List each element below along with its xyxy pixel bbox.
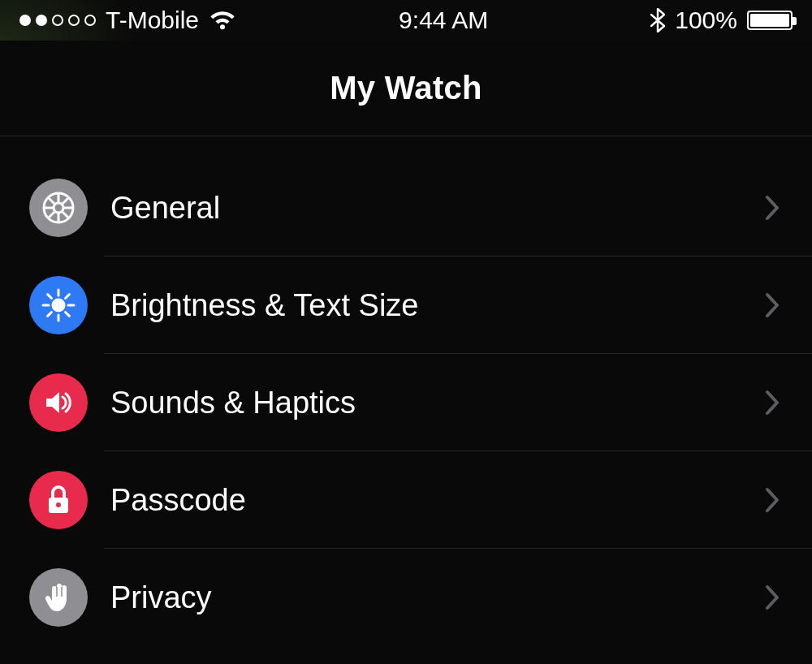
- bluetooth-icon: [650, 8, 665, 32]
- settings-row-privacy[interactable]: Privacy: [0, 549, 812, 646]
- svg-point-1: [54, 203, 63, 213]
- settings-row-general[interactable]: General: [0, 159, 812, 257]
- carrier-label: T-Mobile: [106, 6, 199, 34]
- settings-row-brightness[interactable]: Brightness & Text Size: [0, 257, 812, 354]
- signal-dots: [19, 15, 96, 26]
- settings-row-label: Sounds & Haptics: [110, 386, 765, 420]
- wifi-icon: [209, 10, 236, 31]
- status-time: 9:44 AM: [399, 6, 488, 34]
- brightness-icon: [29, 276, 88, 334]
- settings-row-label: Privacy: [110, 580, 765, 615]
- nav-bar: My Watch: [0, 41, 812, 136]
- settings-row-label: General: [110, 191, 765, 226]
- chevron-right-icon: [765, 487, 783, 513]
- chevron-right-icon: [765, 390, 783, 416]
- settings-row-label: Brightness & Text Size: [110, 288, 765, 323]
- speaker-icon: [29, 373, 88, 432]
- settings-row-sounds[interactable]: Sounds & Haptics: [0, 354, 812, 451]
- settings-row-passcode[interactable]: Passcode: [0, 451, 812, 549]
- settings-list: General Brightness & Text Size: [0, 159, 812, 646]
- lock-icon: [29, 471, 88, 529]
- hand-icon: [29, 568, 88, 627]
- svg-point-4: [56, 502, 61, 507]
- page-title: My Watch: [330, 70, 482, 106]
- gear-icon: [29, 179, 88, 237]
- battery-percent: 100%: [675, 6, 737, 34]
- settings-row-label: Passcode: [110, 483, 765, 518]
- chevron-right-icon: [765, 195, 783, 221]
- battery-icon: [747, 11, 793, 30]
- status-left: T-Mobile: [19, 6, 246, 34]
- chevron-right-icon: [765, 584, 783, 610]
- chevron-right-icon: [765, 292, 783, 318]
- status-bar: T-Mobile 9:44 AM 100%: [0, 0, 812, 41]
- status-right: 100%: [641, 6, 793, 34]
- svg-point-2: [53, 300, 64, 311]
